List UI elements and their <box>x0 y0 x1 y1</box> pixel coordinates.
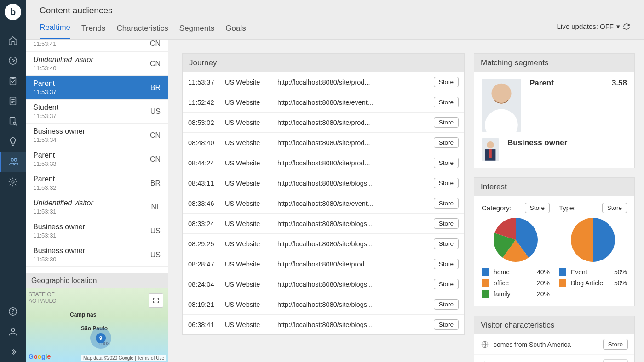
geo-map[interactable]: STATE OF ÃO PAULO Campinas São Paulo nto… <box>26 288 168 362</box>
play-circle-icon[interactable] <box>0 51 26 71</box>
file-search-icon[interactable] <box>0 111 26 131</box>
google-logo: Google <box>29 353 51 360</box>
visitor-row[interactable]: Business owner 11:53:30 US <box>26 243 168 267</box>
expand-icon[interactable] <box>0 342 26 362</box>
lightbulb-icon[interactable] <box>0 131 26 152</box>
store-button[interactable]: Store <box>434 198 459 209</box>
map-attribution: Map data ©2020 Google | Terms of Use <box>81 355 166 361</box>
store-button[interactable]: Store <box>603 359 628 362</box>
help-icon[interactable] <box>0 301 26 322</box>
visitor-country: US <box>150 251 161 259</box>
store-button[interactable]: Store <box>434 259 459 269</box>
store-button[interactable]: Store <box>434 117 459 128</box>
tab-characteristics[interactable]: Characteristics <box>116 19 168 39</box>
avatar <box>482 79 521 132</box>
visitor-country: CN <box>150 131 161 140</box>
segment-score: 3.58 <box>612 79 627 88</box>
visitor-row[interactable]: Business owner 11:53:31 US <box>26 219 168 243</box>
visitor-time: 11:53:40 <box>33 65 93 72</box>
tab-trends[interactable]: Trends <box>81 19 105 39</box>
segments-title: Matching segments <box>474 54 634 72</box>
visitor-time: 11:53:33 <box>33 160 57 167</box>
visitor-row[interactable]: Unidentified visitor 11:53:31 NL <box>26 195 168 219</box>
map-marker[interactable]: 9 <box>90 328 111 349</box>
characteristic-text: comes from South America <box>494 341 571 348</box>
visitor-time: 11:53:41 <box>33 40 57 47</box>
journey-time: 08:43:11 <box>188 180 218 187</box>
characteristics-panel: Visitor characteristics comes from South… <box>474 316 635 362</box>
visitor-row[interactable]: Student 11:53:37 US <box>26 100 168 124</box>
store-button[interactable]: Store <box>434 178 459 188</box>
journey-url: http://localhost:8080/site/blogs... <box>277 220 427 227</box>
clipboard-check-icon[interactable] <box>0 71 26 91</box>
document-icon[interactable] <box>0 91 26 111</box>
visitor-row[interactable]: Business owner 11:53:34 CN <box>26 124 168 147</box>
visitor-row[interactable]: Parent 11:53:33 CN <box>26 147 168 171</box>
audience-icon[interactable] <box>0 152 26 172</box>
visitor-name: Unidentified visitor <box>33 56 93 64</box>
characteristic-row: comes from South America Store <box>474 334 634 354</box>
store-button[interactable]: Store <box>434 319 459 330</box>
legend-item: home 40% <box>482 268 550 276</box>
visitor-name: Parent <box>33 175 57 183</box>
svg-point-5 <box>11 159 13 162</box>
legend-swatch <box>559 268 566 276</box>
category-pie-chart <box>493 217 539 263</box>
store-button[interactable]: Store <box>434 97 459 107</box>
store-button[interactable]: Store <box>434 218 459 229</box>
svg-point-6 <box>14 159 16 162</box>
fullscreen-icon[interactable] <box>149 293 163 308</box>
journey-row: 06:38:41 US Website http://localhost:808… <box>183 314 464 334</box>
visitor-row[interactable]: Parent 11:53:37 BR <box>26 76 168 100</box>
refresh-icon[interactable] <box>623 23 630 30</box>
store-button[interactable]: Store <box>434 137 459 148</box>
live-updates-caret-icon[interactable]: ▾ <box>616 23 620 31</box>
geo-panel-title: Geographic location <box>26 273 168 288</box>
tab-segments[interactable]: Segments <box>179 19 215 39</box>
characteristics-title: Visitor characteristics <box>474 316 634 334</box>
terms-link[interactable]: Terms of Use <box>137 356 164 361</box>
journey-channel: US Website <box>225 240 271 248</box>
store-button[interactable]: Store <box>434 299 459 310</box>
map-label: STATE OF <box>29 291 55 298</box>
journey-time: 08:24:04 <box>188 281 218 288</box>
visitor-row[interactable]: 11:53:41 CN <box>26 40 168 52</box>
journey-row: 08:29:25 US Website http://localhost:808… <box>183 233 464 254</box>
home-icon[interactable] <box>0 30 26 51</box>
segment-name: Business owner <box>507 138 567 147</box>
store-button[interactable]: Store <box>434 77 459 87</box>
store-button[interactable]: Store <box>525 203 550 213</box>
store-button[interactable]: Store <box>434 279 459 289</box>
legend-swatch <box>482 290 489 298</box>
journey-url: http://localhost:8080/site/blogs... <box>277 321 427 328</box>
settings-gear-icon[interactable] <box>0 172 26 192</box>
globe-icon <box>481 340 489 349</box>
visitor-name: Business owner <box>33 247 85 255</box>
store-button[interactable]: Store <box>434 158 459 168</box>
type-pie-chart <box>570 217 616 263</box>
visitor-country: US <box>150 227 161 235</box>
journey-time: 08:44:24 <box>188 159 218 167</box>
journey-url: http://localhost:8080/site/prod... <box>277 139 427 147</box>
store-button[interactable]: Store <box>434 238 459 249</box>
tab-realtime[interactable]: Realtime <box>40 18 70 39</box>
header: Content audiences Realtime Trends Charac… <box>26 0 644 40</box>
journey-time: 11:53:37 <box>188 79 218 86</box>
brand-logo: b <box>5 4 21 20</box>
user-icon[interactable] <box>0 322 26 342</box>
visitor-country: CN <box>150 60 161 68</box>
journey-row: 08:28:47 US Website http://localhost:808… <box>183 254 464 274</box>
visitor-time: 11:53:30 <box>33 256 85 263</box>
store-button[interactable]: Store <box>602 203 627 213</box>
store-button[interactable]: Store <box>603 339 628 350</box>
svg-point-12 <box>485 109 518 132</box>
legend-item: office 20% <box>482 279 550 287</box>
visitor-row[interactable]: Parent 11:53:32 BR <box>26 171 168 195</box>
svg-point-0 <box>9 57 17 65</box>
category-label: Category: <box>482 204 512 212</box>
journey-url: http://localhost:8080/site/prod... <box>277 260 427 268</box>
journey-time: 06:38:41 <box>188 321 218 328</box>
tab-goals[interactable]: Goals <box>225 19 246 39</box>
interest-title: Interest <box>474 178 634 196</box>
visitor-row[interactable]: Unidentified visitor 11:53:40 CN <box>26 52 168 76</box>
